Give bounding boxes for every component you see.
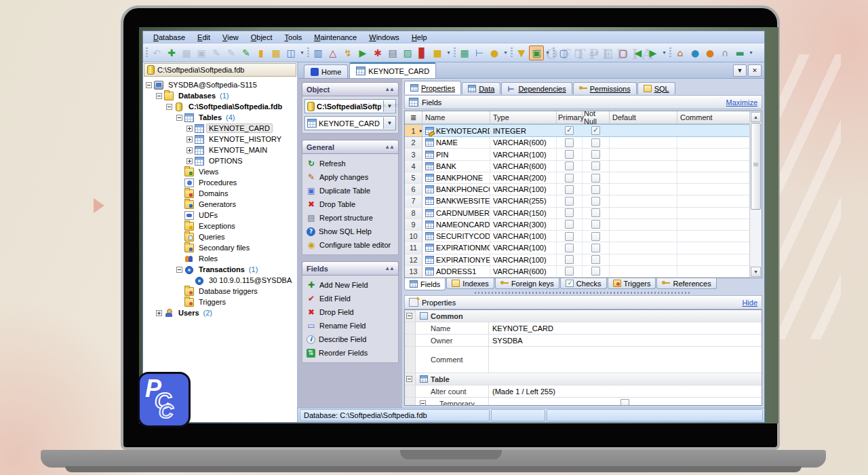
edit-pen-icon[interactable]: ✎	[209, 45, 224, 60]
default-cell[interactable]	[610, 266, 677, 277]
action-item[interactable]: Drop Field	[304, 305, 396, 319]
tree-expander[interactable]	[186, 158, 193, 164]
fields-section-header[interactable]: Fields ▲▲	[302, 261, 399, 276]
BANKPHONECOD[interactable]: 6 BANKPHONECOD VARCHAR(100)	[405, 184, 749, 195]
tree-expander[interactable]	[186, 136, 193, 142]
hierarchy-icon[interactable]: ⊢	[472, 45, 487, 60]
save-icon[interactable]: ▦	[179, 45, 194, 60]
maximize-link[interactable]: Maximize	[726, 98, 757, 107]
tree-item[interactable]: Queries	[143, 231, 297, 242]
column-header-type[interactable]: Type	[490, 111, 557, 124]
detail-tab[interactable]: Triggers	[608, 278, 656, 289]
cascade-windows-icon[interactable]: ▢	[571, 45, 586, 60]
primary-checkbox[interactable]	[565, 197, 574, 206]
comment-cell[interactable]	[677, 231, 749, 242]
comment-cell[interactable]	[677, 242, 749, 253]
toolbar-icon[interactable]	[144, 45, 149, 60]
property-row[interactable]: Alter count (Made 1 / Left 255)	[405, 385, 762, 398]
collapse-icon[interactable]: ▲▲	[384, 265, 394, 271]
menu-item[interactable]: Windows	[363, 33, 406, 42]
detail-tab[interactable]: Checks	[560, 278, 607, 289]
sql-assistant-icon[interactable]: ▣	[529, 45, 544, 60]
toolbar-icon[interactable]	[306, 45, 311, 60]
primary-checkbox[interactable]	[565, 138, 574, 147]
tree-item[interactable]: C:\Softpedia\Softpedia.fdb	[143, 101, 297, 112]
action-item[interactable]: Configure table editor	[304, 238, 396, 252]
dropdown-arrow-icon[interactable]: ▼	[383, 100, 395, 112]
default-cell[interactable]	[610, 231, 677, 242]
dropdown-arrow-icon[interactable]: ▼	[383, 117, 395, 129]
filter-icon[interactable]: ▼	[514, 45, 529, 60]
tree-item[interactable]: UDFs	[143, 210, 297, 221]
editor-tab[interactable]: Data	[462, 82, 500, 94]
vertical-scrollbar[interactable]: ▲ ▼	[749, 111, 762, 278]
toolbar-icon[interactable]	[452, 45, 457, 60]
default-cell[interactable]	[610, 161, 677, 172]
splitter-handle[interactable]	[404, 290, 762, 294]
collapse-icon[interactable]: ▲▲	[384, 144, 394, 150]
payment-icon[interactable]: ▬	[732, 45, 747, 60]
database-alert-icon[interactable]: ▮	[254, 45, 269, 60]
object-section-header[interactable]: Object ▲▲	[302, 82, 399, 96]
tree-expander[interactable]	[176, 267, 182, 273]
notnull-checkbox[interactable]	[591, 126, 600, 135]
action-item[interactable]: Describe Field	[304, 332, 396, 346]
tree-expander[interactable]	[156, 93, 162, 99]
toolbar-icon[interactable]	[298, 45, 306, 60]
close-windows-icon[interactable]: ▢	[616, 45, 631, 60]
primary-checkbox[interactable]	[565, 150, 574, 159]
default-cell[interactable]	[610, 219, 677, 230]
temporary-checkbox[interactable]	[620, 399, 629, 406]
editor-tab[interactable]: Properties	[404, 81, 461, 94]
scroll-up-arrow[interactable]: ▲	[751, 112, 761, 122]
comment-cell[interactable]	[677, 208, 749, 218]
detail-tab[interactable]: References	[656, 278, 716, 289]
action-item[interactable]: Duplicate Table	[304, 184, 396, 197]
EXPIRATIONMON[interactable]: 11 EXPIRATIONMON VARCHAR(100)	[405, 242, 749, 254]
hide-link[interactable]: Hide	[742, 299, 757, 307]
NAMEONCARD[interactable]: 9 NAMEONCARD VARCHAR(300)	[405, 219, 749, 231]
property-row[interactable]: Owner SYSDBA	[405, 335, 762, 347]
property-row[interactable]: Temporary	[405, 398, 762, 406]
globe-icon[interactable]: ●	[688, 45, 703, 60]
comment-cell[interactable]	[677, 137, 749, 148]
detail-tab[interactable]: Foreign keys	[495, 278, 559, 289]
tree-expander[interactable]	[166, 104, 172, 110]
action-item[interactable]: Add New Field	[304, 278, 396, 292]
default-cell[interactable]	[610, 172, 677, 183]
tree-item[interactable]: KEYNOTE_CARD	[143, 123, 297, 134]
toolbar-icon[interactable]	[544, 45, 551, 60]
tree-item[interactable]: Triggers	[143, 297, 297, 307]
column-header-notnull[interactable]: Not Null	[583, 111, 610, 124]
primary-checkbox[interactable]	[565, 126, 574, 135]
toolbar-icon[interactable]	[668, 45, 673, 60]
document-tab[interactable]: KEYNOTE_CARD	[349, 62, 436, 78]
chart-icon[interactable]: ▊	[415, 45, 430, 60]
primary-checkbox[interactable]	[565, 162, 574, 170]
register-database-icon[interactable]: ✚	[164, 45, 179, 60]
editor-tab[interactable]: Dependencies	[501, 82, 572, 94]
menu-item[interactable]: Edit	[191, 33, 216, 42]
BANKPHONE[interactable]: 5 BANKPHONE VARCHAR(200)	[405, 172, 749, 184]
tree-item[interactable]: Transactions (1)	[143, 264, 297, 275]
default-cell[interactable]	[610, 125, 677, 136]
tile-horizontal-icon[interactable]: ▭	[586, 45, 601, 60]
tree-item[interactable]: Databases (1)	[143, 90, 297, 101]
tree-item[interactable]: Secondary files	[143, 242, 297, 253]
document-tab[interactable]: Home	[304, 64, 348, 78]
collapse-icon[interactable]: ▲▲	[384, 86, 394, 92]
tree-item[interactable]: Generators	[143, 199, 297, 210]
design-pen-icon[interactable]: ✎	[224, 45, 239, 60]
tree-expander[interactable]	[146, 82, 152, 88]
tree-expander[interactable]	[156, 310, 162, 316]
tree-expander[interactable]	[186, 126, 193, 132]
action-item[interactable]: Refresh	[304, 157, 396, 170]
comment-cell[interactable]	[677, 125, 749, 136]
notnull-checkbox[interactable]	[591, 162, 600, 170]
PIN[interactable]: 3 PIN VARCHAR(100)	[405, 149, 749, 160]
primary-checkbox[interactable]	[565, 220, 574, 229]
column-header-name[interactable]: Name	[422, 111, 490, 124]
tree-expander[interactable]	[186, 147, 193, 153]
package-icon[interactable]: ■	[430, 45, 445, 60]
tree-item[interactable]: KEYNOTE_HISTORY	[143, 134, 297, 145]
